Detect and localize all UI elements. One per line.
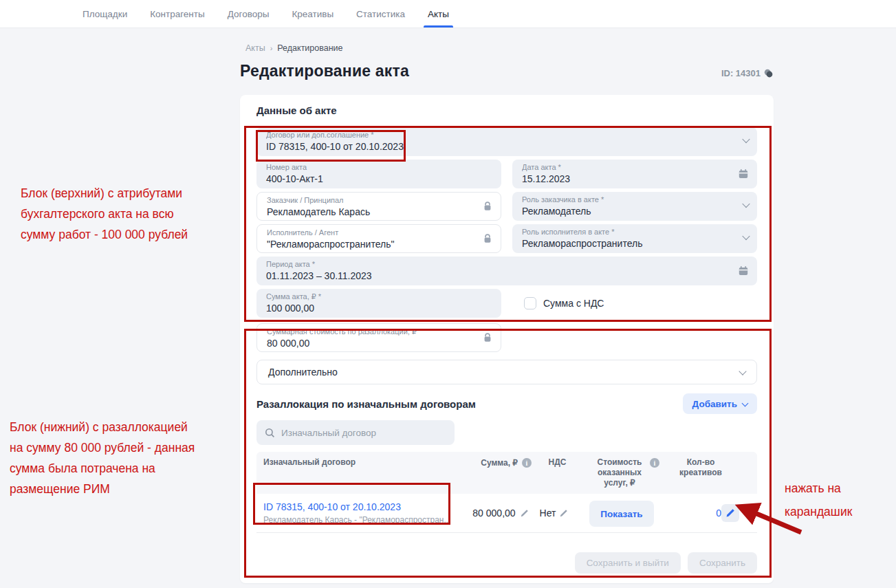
row-contract-link[interactable]: ID 78315, 400-10 от 20.10.2023 [263, 501, 451, 512]
act-form-card: Данные об акте Договор или доп.соглашени… [240, 95, 774, 583]
act-period-value: 01.11.2023 – 30.11.2023 [266, 270, 732, 283]
header-cost: Стоимость оказанных услуг, ₽ [593, 457, 646, 488]
tab-ploshchadki[interactable]: Площадки [83, 0, 127, 28]
chevron-down-icon [743, 204, 749, 207]
act-amount-label: Сумма акта, ₽ * [266, 292, 477, 301]
act-date-value: 15.12.2023 [522, 173, 732, 186]
breadcrumb-akty-link[interactable]: Акты [245, 43, 265, 53]
tab-kreativy[interactable]: Креативы [292, 0, 334, 28]
customer-role-select[interactable]: Роль заказчика в акте * Рекламодатель [512, 192, 757, 221]
row-vat-value: Нет [540, 508, 556, 519]
executor-value: "Рекламораспространитель" [267, 238, 476, 251]
save-button[interactable]: Сохранить [688, 552, 757, 574]
additional-label: Дополнительно [268, 367, 338, 378]
executor-input[interactable]: Исполнитель / Агент "Рекламораспространи… [256, 224, 501, 253]
calendar-icon [738, 168, 749, 179]
row-amount-value: 80 000,00 [472, 508, 515, 519]
act-period-input[interactable]: Период акта * 01.11.2023 – 30.11.2023 [256, 257, 757, 285]
chevron-down-icon [743, 236, 749, 239]
vat-checkbox[interactable] [524, 297, 536, 309]
customer-role-label: Роль заказчика в акте * [522, 195, 732, 204]
section-title-act-data: Данные об акте [256, 105, 757, 116]
copy-icon[interactable] [763, 68, 774, 78]
annotation-text-pencil-note: нажать на карандашик [785, 477, 852, 523]
header-original-contract: Изначальный договор [256, 457, 452, 467]
annotation-text-bottom-block: Блок (нижний) с разаллокацией на сумму 8… [10, 417, 195, 499]
vat-checkbox-row: Сумма с НДС [512, 289, 757, 318]
chevron-down-icon [739, 367, 746, 375]
lock-icon [483, 202, 492, 212]
info-icon[interactable]: i [522, 458, 532, 468]
act-amount-input[interactable]: Сумма акта, ₽ * 100 000,00 [256, 289, 501, 318]
save-and-exit-button[interactable]: Сохранить и выйти [575, 552, 681, 574]
top-navbar: Площадки Контрагенты Договоры Креативы С… [0, 0, 896, 28]
realloc-section-title: Разаллокация по изначальным договорам [256, 398, 476, 410]
breadcrumb-separator-icon: › [270, 44, 273, 52]
additional-section-toggle[interactable]: Дополнительно [256, 360, 757, 384]
calendar-icon [738, 265, 749, 276]
lock-icon [483, 234, 492, 244]
chevron-down-icon [742, 400, 749, 406]
page-title: Редактирование акта [240, 62, 409, 80]
tab-statistika[interactable]: Статистика [356, 0, 405, 28]
tab-dogovory[interactable]: Договоры [228, 0, 270, 28]
realloc-total-label: Суммарная стоимость по разаллокации, ₽ [267, 327, 476, 336]
act-number-input[interactable]: Номер акта 400-10-Акт-1 [256, 160, 501, 188]
realloc-table-row: ID 78315, 400-10 от 20.10.2023 Рекламода… [256, 494, 757, 533]
executor-role-value: Рекламораспространитель [522, 237, 732, 250]
row-creatives-count: 0 [716, 508, 721, 519]
executor-role-select[interactable]: Роль исполнителя в акте * Рекламораспрос… [512, 224, 757, 253]
breadcrumb-current: Редактирование [277, 43, 342, 53]
act-number-value: 400-10-Акт-1 [266, 173, 477, 186]
breadcrumb: Акты › Редактирование [245, 43, 343, 53]
lock-icon [483, 333, 492, 343]
contract-select[interactable]: Договор или доп.соглашение * ID 78315, 4… [256, 127, 757, 156]
tab-akty-active[interactable]: Акты [428, 0, 449, 28]
tab-kontragenty[interactable]: Контрагенты [150, 0, 205, 28]
executor-label: Исполнитель / Агент [267, 228, 476, 237]
edit-amount-pencil-icon[interactable] [520, 509, 529, 518]
customer-label: Заказчик / Принципал [267, 196, 476, 205]
chevron-down-icon [743, 139, 749, 142]
header-amount: Сумма, ₽ [481, 458, 518, 468]
info-icon[interactable]: i [650, 458, 659, 468]
annotation-text-top-block: Блок (верхний) с атрибутами бухгалтерско… [21, 183, 188, 245]
executor-role-label: Роль исполнителя в акте * [522, 228, 732, 237]
vat-checkbox-label: Сумма с НДС [543, 298, 604, 309]
customer-input[interactable]: Заказчик / Принципал Рекламодатель Карас… [256, 192, 501, 221]
act-period-label: Период акта * [266, 260, 732, 269]
act-id-label: ID: 14301 [721, 68, 761, 78]
act-id-badge: ID: 14301 [721, 68, 774, 80]
show-button[interactable]: Показать [589, 501, 653, 527]
realloc-table-header: Изначальный договор Сумма, ₽ i НДС Стоим… [256, 452, 757, 494]
search-icon [265, 428, 275, 438]
add-button-label: Добавить [692, 399, 737, 409]
act-date-label: Дата акта * [522, 163, 732, 172]
original-contract-search-input[interactable]: Изначальный договор [256, 420, 455, 445]
search-placeholder: Изначальный договор [281, 428, 376, 438]
edit-vat-pencil-icon[interactable] [559, 509, 568, 518]
customer-value: Рекламодатель Карась [267, 206, 476, 219]
row-contract-subtitle: Рекламодатель Карась - "Рекламораспростр… [263, 515, 451, 525]
act-date-input[interactable]: Дата акта * 15.12.2023 [512, 160, 757, 188]
contract-value: ID 78315, 400-10 от 20.10.2023 [266, 140, 732, 153]
realloc-total-input[interactable]: Суммарная стоимость по разаллокации, ₽ 8… [256, 323, 501, 352]
delete-row-trash-icon[interactable] [745, 508, 754, 519]
contract-label: Договор или доп.соглашение * [266, 131, 732, 140]
act-number-label: Номер акта [266, 163, 477, 172]
realloc-total-value: 80 000,00 [267, 337, 476, 350]
header-creatives-count: Кол-во креативов [674, 457, 728, 478]
customer-role-value: Рекламодатель [522, 205, 732, 218]
add-button[interactable]: Добавить [683, 393, 757, 414]
page-header: Редактирование акта ID: 14301 [240, 62, 774, 80]
header-vat: НДС [549, 457, 567, 467]
edit-row-pencil-icon[interactable] [721, 504, 739, 522]
act-amount-value: 100 000,00 [266, 302, 477, 315]
